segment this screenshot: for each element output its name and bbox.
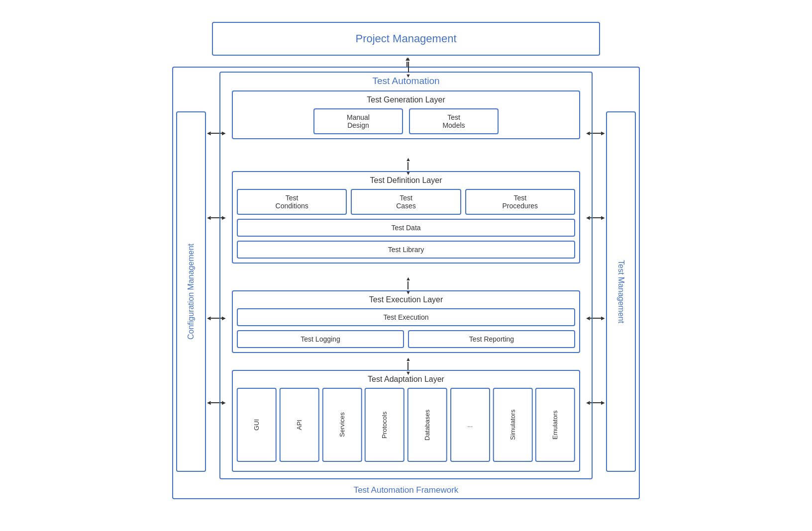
diagram-root: Project Management ▲ ▼ Test Automation F…	[132, 22, 680, 509]
test-logging-box: Test Logging	[237, 330, 404, 348]
test-data-box: Test Data	[237, 219, 575, 237]
definition-layer-box: Test Definition Layer TestConditions Tes…	[232, 171, 580, 264]
adaptation-items: GUI API Services Protocols Databases ...…	[237, 388, 575, 462]
definition-top-items: TestConditions TestCases TestProcedures	[237, 189, 575, 215]
manual-design-box: ManualDesign	[313, 108, 403, 134]
framework-label: Test Automation Framework	[172, 485, 640, 495]
adaptation-layer-title: Test Adaptation Layer	[237, 375, 575, 384]
test-procedures-label: TestProcedures	[503, 194, 538, 210]
project-management-box: Project Management	[212, 22, 600, 56]
gui-box: GUI	[237, 388, 277, 462]
test-reporting-label: Test Reporting	[469, 335, 514, 343]
test-models-box: TestModels	[409, 108, 499, 134]
simulators-box: Simulators	[493, 388, 533, 462]
emulators-box: Emulators	[535, 388, 575, 462]
test-library-label: Test Library	[388, 246, 424, 254]
project-management-label: Project Management	[356, 32, 457, 45]
manual-design-label: ManualDesign	[347, 113, 370, 129]
test-execution-box: Test Execution	[237, 308, 575, 326]
test-management-label: Test Management	[616, 260, 625, 323]
ellipsis-box: ...	[450, 388, 490, 462]
test-data-label: Test Data	[391, 224, 420, 232]
test-management-bar: Test Management	[606, 111, 636, 472]
generation-layer-title: Test Generation Layer	[237, 95, 575, 104]
test-conditions-box: TestConditions	[237, 189, 347, 215]
adaptation-layer-box: Test Adaptation Layer GUI API Services P…	[232, 370, 580, 472]
services-box: Services	[322, 388, 362, 462]
execution-bottom-items: Test Logging Test Reporting	[237, 330, 575, 348]
config-management-label: Configuration Management	[187, 244, 196, 340]
test-cases-label: TestCases	[396, 194, 416, 210]
config-management-bar: Configuration Management	[176, 111, 206, 472]
test-library-box: Test Library	[237, 241, 575, 259]
databases-box: Databases	[407, 388, 447, 462]
test-execution-label: Test Execution	[383, 313, 428, 321]
test-cases-box: TestCases	[351, 189, 461, 215]
test-logging-label: Test Logging	[301, 335, 340, 343]
test-procedures-box: TestProcedures	[465, 189, 575, 215]
test-reporting-box: Test Reporting	[408, 330, 575, 348]
pm-ta-connector-right: ▲ ▼	[406, 56, 411, 79]
execution-layer-box: Test Execution Layer Test Execution Test…	[232, 290, 580, 353]
api-box: API	[280, 388, 319, 462]
generation-layer-box: Test Generation Layer ManualDesign TestM…	[232, 90, 580, 139]
execution-layer-title: Test Execution Layer	[237, 295, 575, 304]
generation-items: ManualDesign TestModels	[237, 108, 575, 134]
protocols-box: Protocols	[365, 388, 405, 462]
test-models-label: TestModels	[442, 113, 465, 129]
definition-layer-title: Test Definition Layer	[237, 176, 575, 185]
test-conditions-label: TestConditions	[276, 194, 308, 210]
